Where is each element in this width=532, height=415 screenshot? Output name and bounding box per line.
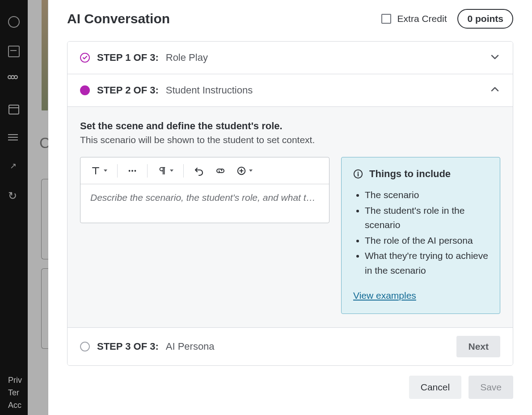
more-options-button[interactable]	[124, 163, 141, 178]
step-3-title: AI Persona	[166, 341, 215, 352]
nav-dashboard-icon[interactable]	[8, 46, 20, 57]
editor-textarea[interactable]: Describe the scenario, the student's rol…	[80, 184, 329, 223]
nav-calendar-icon[interactable]	[8, 105, 19, 114]
tips-title: Things to include	[369, 168, 451, 180]
text-style-button[interactable]	[87, 163, 111, 179]
rich-text-editor: Describe the scenario, the student's rol…	[80, 157, 329, 223]
editor-placeholder: Describe the scenario, the student's rol…	[90, 192, 319, 203]
tips-panel: Things to include The scenario The stude…	[341, 157, 500, 314]
svg-point-0	[129, 170, 131, 172]
step-3-label: STEP 3 OF 3:	[97, 341, 159, 352]
next-button[interactable]: Next	[456, 336, 500, 357]
app-backdrop: C Priv Ter Acc AI Conversation Extra Cre…	[0, 0, 532, 415]
dropdown-caret-icon	[170, 169, 173, 172]
cancel-button[interactable]: Cancel	[409, 376, 461, 399]
bg-footer-links: Priv Ter Acc	[8, 374, 22, 411]
svg-point-1	[131, 170, 133, 172]
nav-people-icon[interactable]	[8, 75, 20, 87]
insert-button[interactable]	[233, 163, 256, 178]
left-nav	[0, 0, 28, 415]
svg-point-5	[358, 172, 359, 173]
link-icon	[215, 165, 226, 176]
step-1-label: STEP 1 OF 3:	[97, 52, 159, 64]
undo-icon	[194, 165, 204, 176]
step-3-header[interactable]: STEP 3 OF 3: AI Persona Next	[68, 327, 513, 365]
paragraph-format-button[interactable]	[154, 163, 177, 178]
extra-credit-checkbox[interactable]: Extra Credit	[381, 13, 447, 24]
nav-refresh-icon[interactable]	[8, 190, 20, 201]
step-pending-icon	[80, 342, 90, 351]
scene-subheading: This scenario will be shown to the stude…	[80, 135, 500, 145]
tip-item: The scenario	[365, 188, 488, 203]
step-2-title: Student Instructions	[166, 85, 253, 96]
step-complete-icon	[80, 53, 90, 63]
modal-header: AI Conversation Extra Credit 0 points	[67, 9, 513, 29]
link-button[interactable]	[211, 163, 229, 179]
dropdown-caret-icon	[104, 169, 107, 172]
tip-item: The role of the AI persona	[365, 233, 488, 248]
editor-toolbar	[80, 157, 329, 184]
tip-item: What they're trying to achieve in the sc…	[365, 249, 488, 278]
extra-credit-label: Extra Credit	[397, 13, 447, 24]
steps-card: STEP 1 OF 3: Role Play STEP 2 OF 3: Stud…	[67, 41, 513, 366]
step-1-title: Role Play	[166, 52, 208, 64]
ellipsis-icon	[127, 166, 137, 176]
step-2-label: STEP 2 OF 3:	[97, 85, 159, 96]
nav-share-icon[interactable]	[9, 162, 19, 172]
pilcrow-icon	[157, 166, 167, 176]
undo-button[interactable]	[190, 163, 208, 179]
ai-conversation-modal: AI Conversation Extra Credit 0 points ST…	[48, 0, 532, 415]
step-active-icon	[80, 85, 90, 95]
tip-item: The student's role in the scenario	[365, 203, 488, 233]
chevron-down-icon	[490, 51, 500, 64]
scene-heading: Set the scene and define the student's r…	[80, 120, 500, 132]
modal-footer: Cancel Save	[67, 376, 513, 399]
points-pill[interactable]: 0 points	[457, 9, 513, 29]
svg-point-2	[134, 170, 136, 172]
nav-documents-icon[interactable]	[8, 132, 20, 144]
step-2-body: Set the scene and define the student's r…	[68, 106, 513, 327]
save-button[interactable]: Save	[469, 376, 513, 399]
info-icon	[353, 169, 363, 179]
checkbox-icon	[381, 14, 391, 24]
modal-title: AI Conversation	[67, 11, 170, 26]
chevron-up-icon	[490, 84, 500, 97]
text-icon	[90, 165, 101, 176]
plus-circle-icon	[236, 166, 246, 176]
dropdown-caret-icon	[249, 169, 253, 172]
view-examples-link[interactable]: View examples	[353, 290, 416, 301]
step-1-header[interactable]: STEP 1 OF 3: Role Play	[68, 42, 513, 74]
step-2-header[interactable]: STEP 2 OF 3: Student Instructions	[68, 74, 513, 106]
nav-globe-icon[interactable]	[8, 16, 20, 28]
